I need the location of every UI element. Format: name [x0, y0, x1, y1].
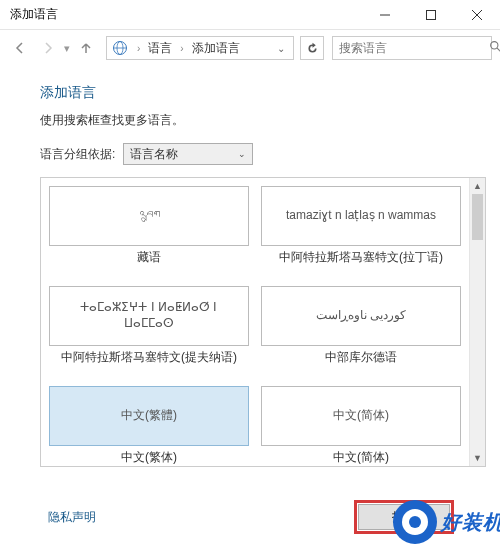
language-tile: ⵜⴰⵎⴰⵣⵉⵖⵜ ⵏ ⵍⴰⵟⵍⴰⵚ ⵏ ⵡⴰⵎⵎⴰⵙ — [49, 286, 249, 346]
close-button[interactable] — [454, 0, 500, 30]
language-item[interactable]: tamaziɣt n laṭlaṣ n wammas中阿特拉斯塔马塞特文(拉丁语… — [261, 186, 461, 278]
breadcrumb-current[interactable]: 添加语言 — [192, 40, 240, 57]
chevron-right-icon: › — [178, 43, 185, 54]
language-tile: 中文(繁體) — [49, 386, 249, 446]
language-tile: tamaziɣt n laṭlaṣ n wammas — [261, 186, 461, 246]
group-by-value: 语言名称 — [130, 146, 178, 163]
watermark-logo-icon — [393, 500, 437, 544]
svg-rect-1 — [427, 10, 436, 19]
language-caption: 中阿特拉斯塔马塞特文(拉丁语) — [261, 250, 461, 278]
chevron-down-icon: ⌄ — [238, 149, 246, 159]
chevron-right-icon: › — [135, 43, 142, 54]
language-caption: 中文(繁体) — [49, 450, 249, 466]
group-by-row: 语言分组依据: 语言名称 ⌄ — [40, 143, 486, 165]
language-list-container: འབྲུག藏语tamaziɣt n laṭlaṣ n wammas中阿特拉斯塔马… — [40, 177, 486, 467]
watermark-text: 好装机 — [441, 509, 500, 536]
scroll-up-arrow[interactable]: ▲ — [470, 178, 485, 194]
up-button[interactable] — [74, 36, 98, 60]
language-item[interactable]: 中文(简体)中文(简体) — [261, 386, 461, 466]
back-button[interactable] — [8, 36, 32, 60]
scroll-thumb[interactable] — [472, 194, 483, 240]
watermark: 好装机 — [393, 500, 500, 544]
language-caption: 中部库尔德语 — [261, 350, 461, 378]
language-item[interactable]: ⵜⴰⵎⴰⵣⵉⵖⵜ ⵏ ⵍⴰⵟⵍⴰⵚ ⵏ ⵡⴰⵎⵎⴰⵙ中阿特拉斯塔马塞特文(提夫纳… — [49, 286, 249, 378]
page-subtitle: 使用搜索框查找更多语言。 — [40, 112, 486, 129]
window-titlebar: 添加语言 — [0, 0, 500, 30]
scroll-down-arrow[interactable]: ▼ — [470, 450, 485, 466]
scrollbar[interactable]: ▲ ▼ — [469, 178, 485, 466]
window-controls — [362, 0, 500, 30]
language-item[interactable]: 中文(繁體)中文(繁体) — [49, 386, 249, 466]
language-caption: 中阿特拉斯塔马塞特文(提夫纳语) — [49, 350, 249, 378]
group-by-dropdown[interactable]: 语言名称 ⌄ — [123, 143, 253, 165]
breadcrumb-root[interactable]: 语言 — [148, 40, 172, 57]
history-dropdown[interactable]: ▾ — [64, 42, 70, 55]
window-title: 添加语言 — [0, 6, 362, 23]
search-box[interactable] — [332, 36, 492, 60]
navigation-bar: ▾ › 语言 › 添加语言 ⌄ — [0, 30, 500, 66]
refresh-button[interactable] — [300, 36, 324, 60]
maximize-button[interactable] — [408, 0, 454, 30]
language-tile: འབྲུག — [49, 186, 249, 246]
language-item[interactable]: འབྲུག藏语 — [49, 186, 249, 278]
language-tile: 中文(简体) — [261, 386, 461, 446]
language-tile: کوردیی ناوەڕاست — [261, 286, 461, 346]
minimize-button[interactable] — [362, 0, 408, 30]
search-input[interactable] — [339, 41, 489, 55]
breadcrumb[interactable]: › 语言 › 添加语言 ⌄ — [106, 36, 294, 60]
content-area: 添加语言 使用搜索框查找更多语言。 语言分组依据: 语言名称 ⌄ འབྲུག藏语… — [0, 66, 500, 486]
privacy-link[interactable]: 隐私声明 — [48, 509, 358, 526]
svg-point-7 — [491, 42, 498, 49]
language-caption: 藏语 — [49, 250, 249, 278]
forward-button[interactable] — [36, 36, 60, 60]
group-by-label: 语言分组依据: — [40, 146, 115, 163]
language-grid: འབྲུག藏语tamaziɣt n laṭlaṣ n wammas中阿特拉斯塔马… — [41, 178, 469, 466]
search-icon[interactable] — [489, 39, 500, 57]
language-caption: 中文(简体) — [261, 450, 461, 466]
page-title: 添加语言 — [40, 84, 486, 102]
breadcrumb-dropdown[interactable]: ⌄ — [277, 43, 289, 54]
language-item[interactable]: کوردیی ناوەڕاست中部库尔德语 — [261, 286, 461, 378]
globe-icon — [111, 39, 129, 57]
